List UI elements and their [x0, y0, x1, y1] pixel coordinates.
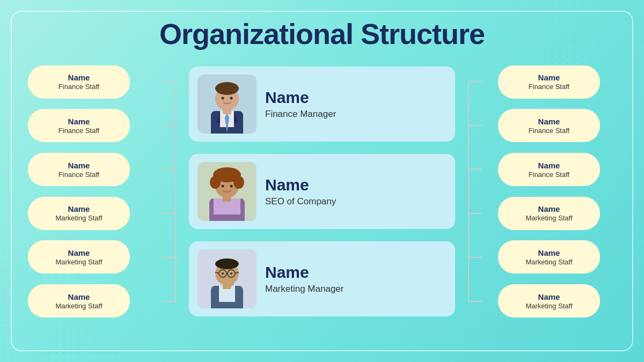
staff-role: Finance Staff	[58, 127, 99, 135]
right-staff-card-4: Name Marketing Staff	[498, 240, 600, 274]
right-staff-card-0: Name Finance Staff	[498, 65, 600, 99]
staff-name: Name	[538, 204, 560, 213]
svg-point-30	[233, 176, 244, 189]
staff-name: Name	[538, 292, 560, 301]
staff-name: Name	[538, 248, 560, 257]
svg-point-46	[225, 281, 234, 286]
staff-name: Name	[68, 73, 90, 82]
left-staff-card-2: Name Finance Staff	[28, 153, 130, 186]
manager-role: SEO of Company	[265, 196, 447, 207]
manager-card-0: Name Finance Manager	[189, 67, 455, 142]
right-staff-card-3: Name Marketing Staff	[498, 197, 600, 230]
left-connectors	[146, 60, 178, 323]
manager-info-2: Name Marketing Manager	[265, 263, 447, 294]
staff-role: Marketing Staff	[525, 214, 572, 222]
right-connectors	[466, 60, 498, 323]
staff-role: Finance Staff	[529, 127, 569, 135]
left-staff-column: Name Finance Staff Name Finance Staff Na…	[28, 60, 146, 323]
staff-role: Finance Staff	[529, 171, 569, 179]
right-staff-card-1: Name Finance Staff	[498, 109, 600, 142]
staff-role: Marketing Staff	[525, 258, 572, 266]
manager-info-1: Name SEO of Company	[265, 176, 447, 207]
left-staff-card-5: Name Marketing Staff	[28, 284, 130, 317]
manager-photo-1	[197, 162, 257, 221]
staff-name: Name	[538, 161, 560, 170]
left-staff-card-4: Name Marketing Staff	[28, 240, 130, 274]
staff-name: Name	[68, 248, 90, 257]
right-staff-card-5: Name Marketing Staff	[498, 284, 600, 317]
staff-role: Marketing Staff	[55, 258, 102, 266]
left-staff-card-3: Name Marketing Staff	[28, 197, 130, 230]
staff-name: Name	[538, 73, 560, 82]
manager-card-2: Name Marketing Manager	[189, 241, 455, 316]
svg-point-44	[222, 272, 224, 275]
manager-name: Name	[265, 176, 447, 194]
svg-point-18	[215, 82, 239, 95]
manager-name: Name	[265, 88, 447, 107]
svg-line-43	[235, 272, 239, 273]
manager-photo-2	[197, 249, 257, 308]
right-staff-column: Name Finance Staff Name Finance Staff Na…	[498, 60, 616, 323]
staff-name: Name	[68, 204, 90, 213]
staff-role: Marketing Staff	[55, 302, 102, 310]
manager-photo-0	[197, 75, 257, 134]
svg-point-19	[222, 97, 224, 99]
right-staff-card-2: Name Finance Staff	[498, 153, 600, 186]
svg-point-45	[230, 272, 232, 275]
svg-point-20	[230, 97, 233, 99]
staff-name: Name	[68, 161, 90, 170]
staff-role: Finance Staff	[529, 83, 569, 91]
left-staff-card-0: Name Finance Staff	[28, 65, 130, 99]
manager-role: Finance Manager	[265, 109, 447, 120]
manager-role: Marketing Manager	[265, 284, 447, 294]
manager-info-0: Name Finance Manager	[265, 88, 447, 120]
left-connector-lines	[146, 60, 178, 323]
staff-name: Name	[68, 117, 90, 126]
org-layout: Name Finance Staff Name Finance Staff Na…	[28, 60, 616, 323]
svg-point-31	[222, 184, 224, 187]
staff-role: Finance Staff	[58, 83, 99, 91]
svg-point-38	[215, 258, 239, 269]
center-column: Name Finance Manager Name SEO of Company	[178, 60, 466, 323]
right-connector-lines	[466, 60, 498, 323]
left-staff-card-1: Name Finance Staff	[28, 109, 130, 142]
staff-role: Finance Staff	[58, 171, 99, 179]
svg-line-42	[215, 272, 219, 273]
main-container: Organizational Structure Name Finance St…	[11, 11, 633, 351]
svg-point-29	[210, 176, 221, 189]
manager-card-1: Name SEO of Company	[189, 154, 455, 229]
staff-name: Name	[538, 117, 560, 126]
manager-name: Name	[265, 263, 447, 282]
staff-name: Name	[68, 292, 90, 301]
svg-point-32	[230, 184, 233, 187]
page-title: Organizational Structure	[28, 17, 616, 50]
staff-role: Marketing Staff	[525, 302, 572, 310]
staff-role: Marketing Staff	[55, 214, 102, 222]
